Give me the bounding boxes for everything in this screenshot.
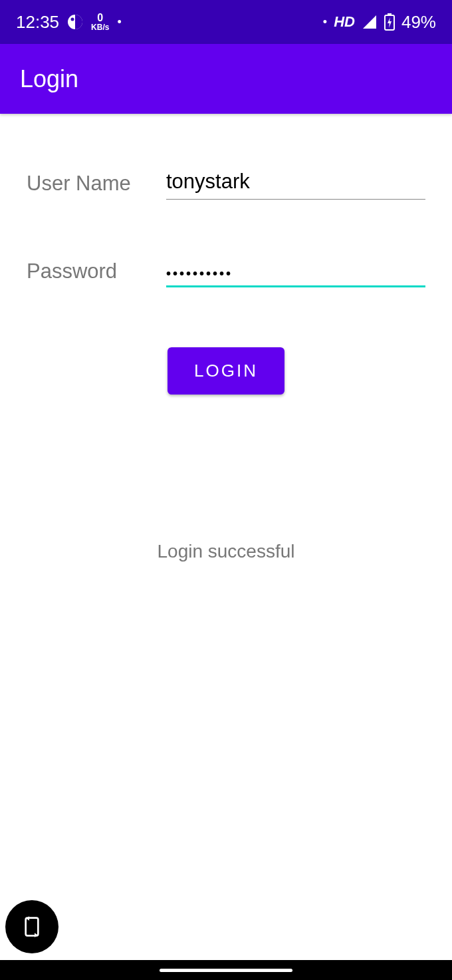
network-speed-indicator: 0 KB/s: [91, 13, 109, 31]
status-message: Login successful: [27, 541, 425, 562]
status-time: 12:35: [16, 12, 59, 33]
svg-point-1: [71, 18, 74, 21]
battery-percentage: 49%: [401, 12, 436, 33]
username-input[interactable]: [166, 167, 425, 200]
page-title: Login: [20, 65, 78, 93]
navigation-bar: [0, 960, 452, 980]
username-label: User Name: [27, 172, 166, 200]
battery-charging-icon: [384, 13, 395, 31]
status-bar: 12:35 0 KB/s • • HD 49%: [0, 0, 452, 44]
password-row: Password: [27, 259, 425, 287]
button-row: LOGIN: [27, 347, 425, 395]
hd-indicator: HD: [334, 13, 355, 31]
status-bar-right: • HD 49%: [323, 12, 436, 33]
nav-handle[interactable]: [160, 969, 292, 972]
app-bar: Login: [0, 44, 452, 114]
login-button[interactable]: LOGIN: [168, 347, 284, 395]
login-form: User Name Password LOGIN Login successfu…: [0, 114, 452, 562]
network-speed-unit: KB/s: [91, 23, 109, 31]
notification-dot-icon: •: [323, 15, 327, 29]
rotate-icon: [21, 916, 43, 937]
status-bar-left: 12:35 0 KB/s •: [16, 12, 122, 33]
network-speed-value: 0: [97, 13, 103, 23]
password-label: Password: [27, 259, 166, 287]
username-row: User Name: [27, 167, 425, 200]
signal-icon: [362, 14, 378, 30]
notification-dot-icon: •: [117, 15, 121, 29]
rotate-fab-button[interactable]: [5, 900, 58, 953]
password-input[interactable]: [166, 263, 425, 287]
profile-icon: [67, 14, 83, 30]
